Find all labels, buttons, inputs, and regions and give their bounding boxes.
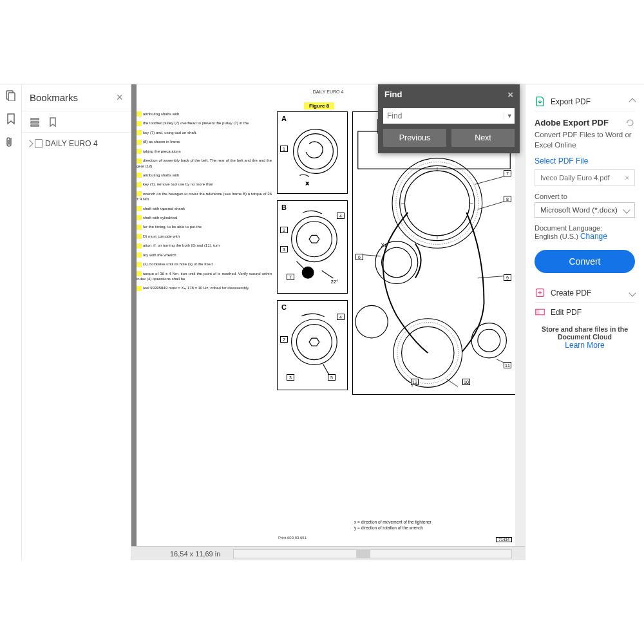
diagram-b: B 2 3 7 4 22°: [277, 200, 348, 294]
svg-point-5: [294, 129, 338, 174]
export-pdf-tool[interactable]: Export PDF: [535, 92, 635, 111]
svg-point-9: [296, 222, 332, 257]
learn-more-link[interactable]: Learn More: [565, 341, 604, 350]
svg-line-36: [446, 379, 457, 387]
selected-file[interactable]: Iveco Daily Euro 4.pdf×: [535, 169, 635, 186]
remove-file-icon[interactable]: ×: [625, 174, 629, 182]
svg-point-23: [382, 247, 412, 278]
svg-point-6: [298, 134, 333, 169]
find-close-icon[interactable]: ×: [507, 89, 513, 100]
svg-rect-41: [536, 309, 540, 315]
bookmarks-close-icon[interactable]: ×: [116, 91, 123, 104]
svg-point-27: [478, 329, 500, 352]
svg-point-26: [471, 323, 506, 358]
page-icon: [35, 139, 43, 148]
diagram-a: A 1 x: [277, 111, 348, 194]
document-viewport: DAILY EURO 4 Figure 8 attributing shafts…: [131, 84, 525, 560]
bm-list-icon[interactable]: [30, 117, 40, 127]
svg-marker-10: [309, 235, 319, 243]
cloud-promo: Store and share files in the Document Cl…: [535, 325, 635, 350]
svg-text:x: x: [306, 180, 308, 186]
svg-point-28: [355, 305, 388, 337]
svg-point-13: [292, 319, 337, 365]
create-pdf-tool[interactable]: Create PDF: [535, 283, 635, 303]
find-options-icon[interactable]: ▼: [504, 113, 515, 119]
bookmark-icon[interactable]: [5, 113, 17, 124]
svg-line-32: [475, 175, 509, 185]
change-language-link[interactable]: Change: [580, 232, 607, 241]
chevron-right-icon: [26, 140, 33, 147]
chevron-down-icon: [629, 289, 636, 296]
left-icon-rail: [0, 84, 22, 560]
bookmarks-panel: Bookmarks × DAILY EURO 4: [22, 84, 131, 560]
document-language: Document Language:English (U.S.) Change: [535, 224, 635, 241]
find-previous-button[interactable]: Previous: [383, 129, 446, 147]
svg-point-20: [400, 166, 475, 240]
chevron-up-icon: [629, 98, 636, 105]
tools-panel: Export PDF Adobe Export PDF Convert PDF …: [525, 84, 644, 560]
attachment-icon[interactable]: [5, 136, 17, 147]
svg-point-11: [302, 267, 314, 278]
pdf-page: DAILY EURO 4 Figure 8 attributing shafts…: [137, 84, 520, 546]
find-next-button[interactable]: Next: [451, 129, 515, 147]
svg-rect-3: [31, 122, 39, 123]
svg-text:22°: 22°: [330, 279, 338, 285]
diagram-c: C 2 3 4 5: [277, 300, 348, 390]
refresh-icon[interactable]: [625, 118, 635, 128]
svg-rect-4: [31, 125, 39, 126]
svg-text:X₁: X₁: [381, 242, 386, 248]
select-file-link[interactable]: Select PDF File: [535, 156, 635, 166]
svg-point-8: [292, 216, 337, 262]
horizontal-scrollbar[interactable]: [233, 549, 512, 558]
chevron-down-icon: [623, 206, 630, 213]
vertical-scrollbar[interactable]: [515, 84, 525, 546]
page-body-text: attributing shafts with the toothed pull…: [137, 111, 272, 295]
format-select[interactable]: Microsoft Word (*.docx): [535, 202, 635, 218]
svg-rect-1: [8, 93, 15, 101]
bm-ribbon-icon[interactable]: [48, 117, 58, 127]
edit-pdf-tool[interactable]: Edit PDF: [535, 303, 635, 321]
pages-icon[interactable]: [5, 90, 17, 101]
diagram-caption: x = direction of movement of the tighten…: [354, 520, 431, 531]
find-input[interactable]: [383, 108, 504, 124]
bookmark-item[interactable]: DAILY EURO 4: [22, 133, 131, 155]
svg-point-21: [404, 171, 469, 236]
svg-point-14: [296, 325, 332, 360]
status-bar: 16,54 x 11,69 in: [131, 546, 525, 560]
convert-button[interactable]: Convert: [535, 250, 635, 273]
svg-point-19: [392, 158, 482, 249]
figure-label: Figure 8: [304, 102, 334, 109]
svg-point-30: [396, 162, 478, 244]
bookmarks-title: Bookmarks: [30, 92, 78, 103]
svg-marker-15: [309, 338, 319, 346]
svg-rect-2: [31, 118, 39, 120]
find-dialog: Find× ▼ Previous Next: [378, 84, 520, 153]
main-engine-diagram: 7 8 9 11 10 12 6: [352, 111, 516, 395]
page-dimensions: 16,54 x 11,69 in: [170, 550, 220, 558]
